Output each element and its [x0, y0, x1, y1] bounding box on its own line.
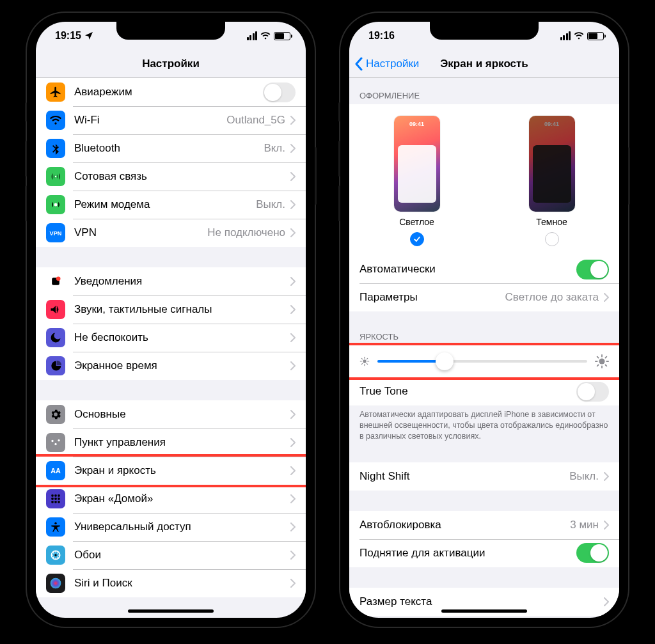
row-label: Параметры [359, 291, 505, 304]
svg-line-40 [606, 365, 607, 366]
row-label: Экранное время [74, 359, 290, 372]
settings-row-siri[interactable]: Siri и Поиск [36, 569, 306, 597]
svg-text:VPN: VPN [50, 230, 62, 237]
row-label: Режим модема [74, 198, 256, 211]
phone-right: 19:16 Настройки Экран и яркость ОФОРМЛЕН… [340, 13, 628, 627]
toggle-automatic[interactable] [576, 260, 609, 279]
settings-row-wallpaper[interactable]: Обои [36, 541, 306, 569]
wallpaper-icon [46, 546, 65, 565]
row-label: Siri и Поиск [74, 577, 290, 590]
chevron-right-icon [290, 116, 296, 125]
row-label: Night Shift [359, 470, 569, 483]
appearance-light-option[interactable]: 09:41 Светлое [394, 116, 440, 246]
chevron-right-icon [604, 472, 609, 481]
svg-rect-18 [51, 501, 53, 503]
row-detail: Выкл. [256, 198, 285, 211]
row-label: Сотовая связь [74, 170, 290, 183]
row-options[interactable]: Параметры Светлое до заката [349, 283, 619, 311]
row-label: Wi-Fi [74, 114, 226, 127]
settings-row-notifications[interactable]: Уведомления [36, 267, 306, 295]
cellular-signal-icon [247, 31, 258, 40]
brightness-slider[interactable] [377, 360, 587, 363]
row-truetone[interactable]: True Tone [349, 377, 619, 405]
row-raise-to-wake[interactable]: Поднятие для активации [349, 539, 619, 567]
row-nightshift[interactable]: Night Shift Выкл. [349, 462, 619, 491]
settings-row-hotspot[interactable]: Режим модемаВыкл. [36, 191, 306, 219]
settings-row-airplane[interactable]: Авиарежим [36, 78, 306, 106]
hotspot-icon [46, 195, 65, 214]
svg-point-23 [54, 554, 56, 556]
toggle-truetone[interactable] [576, 382, 609, 402]
chevron-right-icon [290, 333, 296, 342]
back-button[interactable]: Настройки [354, 57, 419, 71]
svg-rect-16 [54, 498, 56, 499]
location-icon [84, 31, 94, 41]
settings-row-wifi[interactable]: Wi-FiOutland_5G [36, 106, 306, 134]
svg-point-34 [599, 358, 604, 364]
chevron-right-icon [290, 144, 296, 153]
radio-dark[interactable] [545, 232, 559, 246]
settings-row-dnd[interactable]: Не беспокоить [36, 324, 306, 352]
svg-line-41 [597, 365, 599, 366]
row-automatic[interactable]: Автоматически [349, 255, 619, 283]
sounds-icon [46, 300, 65, 319]
row-label: Экран «Домой» [74, 492, 290, 505]
row-autolock[interactable]: Автоблокировка 3 мин [349, 511, 619, 539]
settings-row-cellular[interactable]: Сотовая связь [36, 162, 306, 191]
slider-knob[interactable] [436, 352, 454, 370]
appearance-light-label: Светлое [399, 217, 434, 227]
sun-large-icon [595, 354, 609, 368]
svg-rect-12 [51, 494, 53, 496]
svg-line-33 [367, 358, 367, 359]
row-label: Не беспокоить [74, 331, 290, 344]
section-header-appearance: ОФОРМЛЕНИЕ [349, 91, 619, 104]
svg-point-24 [51, 578, 61, 589]
settings-row-home[interactable]: Экран «Домой» [36, 485, 306, 513]
settings-row-display[interactable]: AAЭкран и яркость [36, 457, 306, 485]
appearance-dark-option[interactable]: 09:41 Темное [529, 116, 575, 246]
row-label: True Tone [359, 385, 576, 398]
airplane-icon [46, 82, 65, 102]
radio-light[interactable] [410, 232, 424, 246]
chevron-right-icon [290, 277, 296, 286]
row-label: Экран и яркость [74, 464, 290, 477]
wifi-icon [260, 31, 271, 41]
accessibility-icon [46, 517, 65, 537]
home-indicator[interactable] [441, 609, 527, 613]
wifi-icon [574, 31, 584, 41]
row-label: Уведомления [74, 275, 290, 288]
row-label: VPN [74, 226, 207, 239]
settings-row-accessibility[interactable]: Универсальный доступ [36, 513, 306, 541]
status-time: 19:15 [55, 30, 81, 42]
settings-row-bluetooth[interactable]: BluetoothВкл. [36, 134, 306, 162]
chevron-right-icon [290, 466, 296, 475]
appearance-picker: 09:41 Светлое 09:41 Темное [349, 104, 619, 255]
nav-header: Настройки Экран и яркость [349, 50, 619, 78]
svg-point-21 [54, 522, 56, 524]
row-detail: 3 мин [570, 519, 599, 531]
settings-row-general[interactable]: Основные [36, 400, 306, 428]
svg-rect-13 [54, 494, 56, 496]
row-label: Автоблокировка [359, 519, 570, 531]
toggle-airplane[interactable] [263, 82, 296, 102]
toggle-raise[interactable] [576, 543, 609, 563]
nav-header: Настройки [36, 50, 306, 78]
row-label: Универсальный доступ [74, 521, 290, 533]
dnd-icon [46, 328, 65, 347]
svg-point-0 [55, 176, 57, 178]
cellular-signal-icon [560, 31, 571, 40]
control-icon [46, 433, 65, 452]
chevron-right-icon [290, 579, 296, 588]
home-indicator[interactable] [128, 609, 214, 613]
truetone-description: Автоматически адаптировать дисплей iPhon… [349, 405, 619, 442]
svg-point-25 [363, 359, 366, 363]
section-header-brightness: ЯРКОСТЬ [349, 332, 619, 345]
svg-point-8 [54, 443, 56, 445]
row-label: Поднятие для активации [359, 547, 576, 560]
settings-row-sounds[interactable]: Звуки, тактильные сигналы [36, 295, 306, 324]
settings-row-screentime[interactable]: Экранное время [36, 352, 306, 380]
row-label: Размер текста [359, 595, 604, 608]
settings-row-control[interactable]: Пункт управления [36, 428, 306, 457]
settings-row-vpn[interactable]: VPNVPNНе подключено [36, 219, 306, 247]
svg-rect-14 [58, 494, 59, 496]
